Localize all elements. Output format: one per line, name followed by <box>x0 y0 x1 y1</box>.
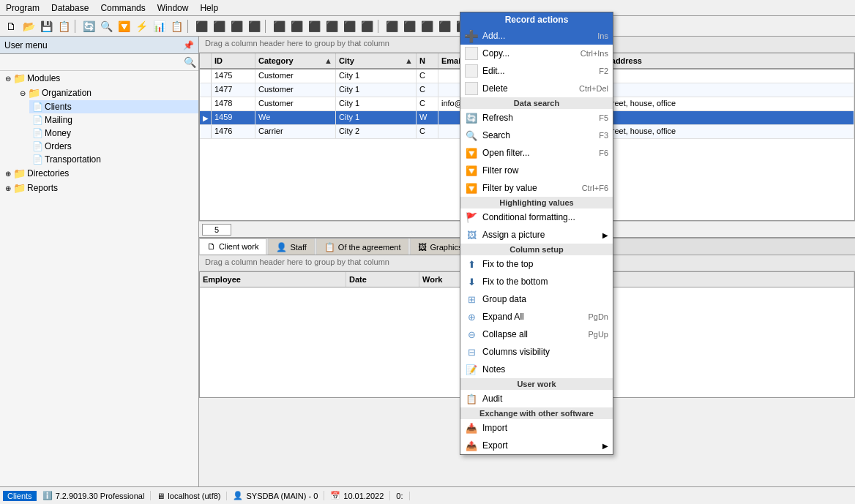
ctx-item-audit[interactable]: 📋 Audit <box>460 390 613 407</box>
ctx-item-filter-by-value[interactable]: 🔽 Filter by value Ctrl+F6 <box>460 179 613 197</box>
col-category[interactable]: Category ▲ <box>255 53 336 68</box>
expand-reports[interactable]: ⊕ <box>3 183 13 193</box>
col-legal[interactable]: Legal address <box>585 53 854 68</box>
tab-agreement[interactable]: 📋 Of the agreement <box>316 238 409 255</box>
status-server: 🖥 localhost (utf8) <box>157 492 227 500</box>
toolbar-new[interactable]: 🗋 <box>3 18 19 34</box>
toolbar-btn16[interactable]: ⬛ <box>359 18 375 34</box>
ctx-item-fix-bottom[interactable]: ⬇ Fix to the bottom <box>460 273 613 290</box>
ctx-item-search[interactable]: 🔍 Search F3 <box>460 127 613 144</box>
toolbar-save2[interactable]: 📋 <box>56 18 72 34</box>
ctx-open-filter-label: Open filter... <box>482 148 594 158</box>
reports-folder-icon: 📁 <box>13 182 26 194</box>
toolbar-btn10[interactable]: ⬛ <box>246 18 262 34</box>
sidebar-item-modules[interactable]: ⊖ 📁 Modules <box>0 71 198 86</box>
server-text: localhost (utf8) <box>168 492 220 500</box>
sidebar-item-organization[interactable]: ⊖ 📁 Organization <box>15 86 198 100</box>
sidebar-item-reports[interactable]: ⊕ 📁 Reports <box>0 181 198 195</box>
sidebar-item-mailing[interactable]: 📄 Mailing <box>29 113 198 127</box>
ctx-add-label: Add... <box>482 31 593 41</box>
ctx-item-filter-row[interactable]: 🔽 Filter row <box>460 162 613 179</box>
toolbar-btn19[interactable]: ⬛ <box>419 18 435 34</box>
toolbar-btn6[interactable]: 📋 <box>168 18 184 34</box>
toolbar-btn9[interactable]: ⬛ <box>228 18 244 34</box>
toolbar-btn20[interactable]: ⬛ <box>436 18 452 34</box>
tab-staff-label: Staff <box>290 243 306 252</box>
search-icon[interactable]: 🔍 <box>184 56 196 68</box>
sidebar-pin-icon[interactable]: 📌 <box>183 40 194 50</box>
cell-legal-1478: City, street, house, office <box>585 97 854 110</box>
ctx-edit-shortcut: F2 <box>599 67 608 75</box>
toolbar-filter2[interactable]: ⚡ <box>133 18 149 34</box>
status-date: 📅 10.01.2022 <box>330 491 390 500</box>
toolbar-filter[interactable]: 🔽 <box>116 18 132 34</box>
sidebar-header: User menu 📌 <box>0 37 198 54</box>
toolbar-save[interactable]: 💾 <box>38 18 54 34</box>
col-id[interactable]: ID <box>212 53 255 68</box>
date-icon: 📅 <box>330 491 340 500</box>
expand-modules[interactable]: ⊖ <box>3 73 13 83</box>
col-city[interactable]: City ▲ <box>336 53 417 68</box>
row-indicator-2 <box>200 83 212 97</box>
ctx-item-columns-visibility[interactable]: ⊟ Columns visibility <box>460 343 613 361</box>
user-icon: 👤 <box>233 491 243 500</box>
sidebar-item-clients[interactable]: 📄 Clients <box>29 100 198 113</box>
toolbar-btn14[interactable]: ⬛ <box>324 18 340 34</box>
ctx-item-copy[interactable]: Copy... Ctrl+Ins <box>460 45 613 62</box>
expand-dirs[interactable]: ⊕ <box>3 168 13 178</box>
sidebar-item-money[interactable]: 📄 Money <box>29 127 198 140</box>
ctx-item-add[interactable]: ➕ Add... Ins <box>460 27 613 45</box>
ctx-item-notes[interactable]: 📝 Notes <box>460 361 613 378</box>
menu-help[interactable]: Help <box>194 1 224 15</box>
menu-database[interactable]: Database <box>45 1 94 15</box>
row-indicator-3 <box>200 97 212 110</box>
ctx-delete-shortcut: Ctrl+Del <box>579 84 608 93</box>
menu-commands[interactable]: Commands <box>94 1 151 15</box>
ctx-item-group-data[interactable]: ⊞ Group data <box>460 290 613 308</box>
time-text: 0: <box>396 492 403 500</box>
ctx-item-cond-format[interactable]: 🚩 Conditional formatting... <box>460 208 613 226</box>
toolbar-btn11[interactable]: ⬛ <box>271 18 287 34</box>
col-n[interactable]: N <box>417 53 438 68</box>
toolbar-btn18[interactable]: ⬛ <box>401 18 417 34</box>
toolbar-btn13[interactable]: ⬛ <box>306 18 322 34</box>
toolbar-btn7[interactable]: ⬛ <box>193 18 209 34</box>
tab-staff[interactable]: 👤 Staff <box>268 238 314 255</box>
menu-program[interactable]: Program <box>0 1 45 15</box>
ctx-item-import[interactable]: 📥 Import <box>460 419 613 437</box>
ctx-item-export[interactable]: 📤 Export ▶ <box>460 437 613 454</box>
export-icon: 📤 <box>465 439 478 452</box>
ctx-item-open-filter[interactable]: 🔽 Open filter... F6 <box>460 144 613 162</box>
page-number-input[interactable] <box>202 224 231 236</box>
ctx-item-edit[interactable]: Edit... F2 <box>460 62 613 80</box>
ctx-item-delete[interactable]: Delete Ctrl+Del <box>460 80 613 97</box>
toolbar-open[interactable]: 📂 <box>20 18 37 34</box>
toolbar-zoom[interactable]: 🔍 <box>98 18 114 34</box>
ctx-item-fix-top[interactable]: ⬆ Fix to the top <box>460 255 613 273</box>
cell-id-1476: 1476 <box>212 125 255 138</box>
ctx-edit-label: Edit... <box>482 66 594 76</box>
toolbar-btn12[interactable]: ⬛ <box>288 18 305 34</box>
toolbar-btn17[interactable]: ⬛ <box>384 18 400 34</box>
tree-org-children: 📄 Clients 📄 Mailing 📄 Money 📄 Orders <box>15 100 198 166</box>
menu-window[interactable]: Window <box>152 1 195 15</box>
toolbar-btn8[interactable]: ⬛ <box>211 18 227 34</box>
fix-bottom-icon: ⬇ <box>465 275 478 288</box>
sidebar-item-transportation[interactable]: 📄 Transportation <box>29 153 198 166</box>
main-layout: User menu 📌 🔍 ⊖ 📁 Modules ⊖ 📁 Organizati… <box>0 37 855 486</box>
expand-org[interactable]: ⊖ <box>18 88 28 98</box>
sidebar-item-orders[interactable]: 📄 Orders <box>29 140 198 153</box>
tab-client-work[interactable]: 🗋 Client work <box>199 238 266 255</box>
cell-id-1477: 1477 <box>212 83 255 97</box>
sidebar-item-directories[interactable]: ⊕ 📁 Directories <box>0 166 198 181</box>
toolbar-btn15[interactable]: ⬛ <box>341 18 357 34</box>
toolbar-btn5[interactable]: 📊 <box>151 18 167 34</box>
clients-tab-badge[interactable]: Clients <box>3 491 37 501</box>
ctx-item-expand-all[interactable]: ⊕ Expand All PgDn <box>460 308 613 326</box>
cond-format-icon: 🚩 <box>465 211 478 224</box>
ctx-item-collapse-all[interactable]: ⊖ Collapse all PgUp <box>460 326 613 343</box>
ctx-item-refresh[interactable]: 🔄 Refresh F5 <box>460 109 613 127</box>
menu-bar: Program Database Commands Window Help <box>0 0 855 16</box>
toolbar-refresh[interactable]: 🔄 <box>81 18 97 34</box>
ctx-item-assign-picture[interactable]: 🖼 Assign a picture ▶ <box>460 226 613 244</box>
